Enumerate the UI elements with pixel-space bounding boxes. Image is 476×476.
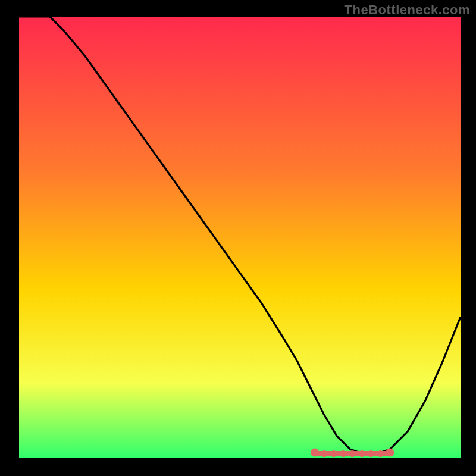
svg-point-5	[349, 450, 356, 457]
bottleneck-chart	[0, 0, 476, 476]
svg-point-8	[377, 450, 384, 457]
svg-point-2	[321, 450, 327, 457]
watermark-text: TheBottleneck.com	[345, 2, 470, 18]
svg-point-3	[330, 450, 337, 457]
svg-point-7	[368, 450, 374, 457]
chart-frame: { "watermark": "TheBottleneck.com", "col…	[0, 0, 476, 476]
svg-point-4	[340, 450, 346, 457]
svg-point-1	[311, 449, 319, 457]
svg-point-9	[386, 449, 394, 457]
plot-area	[19, 17, 461, 458]
svg-point-6	[358, 450, 365, 457]
